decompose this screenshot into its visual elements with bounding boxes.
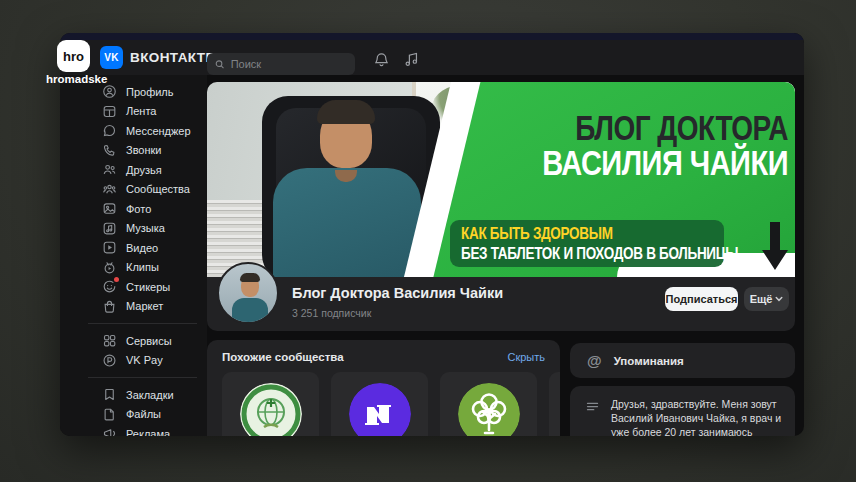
sidebar-item-communities[interactable]: Сообщества — [102, 180, 207, 200]
group-header-card: БЛОГ ДОКТОРА ВАСИЛИЯ ЧАЙКИ КАК БЫТЬ ЗДОР… — [207, 82, 795, 331]
search-box[interactable] — [207, 53, 355, 75]
sidebar-item-label: Сервисы — [126, 335, 172, 347]
messenger-icon — [102, 123, 117, 138]
sidebar-item-label: Стикеры — [126, 281, 170, 293]
sidebar-item-label: Маркет — [126, 300, 163, 312]
browser-window: VK ВКОНТАКТЕ Профиль Лента Мессенджер Зв… — [60, 33, 804, 436]
cover-photo-doctor-hair — [317, 100, 375, 124]
sidebar-item-video[interactable]: Видео — [102, 238, 207, 258]
community-tile-partial[interactable] — [549, 372, 560, 436]
calls-icon — [102, 143, 117, 158]
group-subscribers-count: 3 251 подписчик — [292, 307, 371, 319]
sidebar-item-services[interactable]: Сервисы — [102, 331, 207, 351]
sidebar-item-vkpay[interactable]: VK Pay — [102, 351, 207, 371]
photo-icon — [102, 201, 117, 216]
chevron-down-icon — [775, 296, 783, 302]
community-tile[interactable] — [440, 372, 537, 436]
similar-communities-title: Похожие сообщества — [222, 351, 344, 363]
sidebar-item-calls[interactable]: Звонки — [102, 141, 207, 161]
purple-n-logo-avatar — [349, 383, 411, 436]
sidebar-item-files[interactable]: Файлы — [102, 405, 207, 425]
sidebar-item-market[interactable]: Маркет — [102, 297, 207, 317]
sidebar-divider — [88, 323, 197, 324]
cover-badge-line2: БЕЗ ТАБЛЕТОК И ПОХОДОВ В БОЛЬНИЦЫ — [461, 244, 713, 263]
sidebar-item-label: Лента — [126, 105, 156, 117]
ads-megaphone-icon — [102, 426, 117, 436]
cover-image: БЛОГ ДОКТОРА ВАСИЛИЯ ЧАЙКИ КАК БЫТЬ ЗДОР… — [207, 82, 795, 277]
mentions-label: Упоминания — [614, 355, 684, 367]
sidebar-item-music[interactable]: Музыка — [102, 219, 207, 239]
group-title: Блог Доктора Василия Чайки — [292, 285, 503, 301]
sidebar-item-label: Закладки — [126, 389, 174, 401]
bookmarks-icon — [102, 387, 117, 402]
market-icon — [102, 299, 117, 314]
sidebar-item-label: Файлы — [126, 408, 161, 420]
communities-icon — [102, 182, 117, 197]
music-icon[interactable] — [403, 51, 420, 68]
group-avatar[interactable] — [217, 262, 279, 324]
vk-wordmark[interactable]: ВКОНТАКТЕ — [130, 50, 215, 65]
sidebar-divider — [88, 377, 197, 378]
video-icon — [102, 240, 117, 255]
cover-title-line1: БЛОГ ДОКТОРА — [575, 112, 788, 146]
sidebar-item-label: Реклама — [126, 428, 170, 436]
sidebar-item-photo[interactable]: Фото — [102, 199, 207, 219]
cover-photo-doctor-body — [273, 168, 421, 277]
sidebar-item-friends[interactable]: Друзья — [102, 160, 207, 180]
community-tile[interactable] — [331, 372, 428, 436]
mentions-card[interactable]: @ Упоминания — [570, 343, 795, 378]
notifications-bell-icon[interactable] — [373, 51, 390, 68]
vk-top-bar: VK ВКОНТАКТЕ — [60, 40, 804, 75]
search-icon — [215, 59, 225, 70]
sidebar-item-label: Клипы — [126, 261, 159, 273]
mentions-at-icon: @ — [587, 352, 602, 369]
group-description-text: Друзья, здравствуйте. Меня зовут Василий… — [611, 397, 783, 436]
sidebar-item-label: Друзья — [126, 164, 162, 176]
hide-link[interactable]: Скрыть — [507, 351, 545, 363]
article-lines-icon — [584, 397, 601, 414]
sidebar-item-bookmarks[interactable]: Закладки — [102, 385, 207, 405]
sidebar-item-label: Сообщества — [126, 183, 190, 195]
sidebar-item-label: VK Pay — [126, 354, 163, 366]
window-top-strip — [60, 33, 804, 40]
sidebar-item-stickers[interactable]: Стикеры — [102, 277, 207, 297]
sidebar-item-feed[interactable]: Лента — [102, 102, 207, 122]
left-sidebar: Профиль Лента Мессенджер Звонки Друзья С… — [60, 75, 207, 436]
sidebar-item-label: Видео — [126, 242, 158, 254]
friends-icon — [102, 162, 117, 177]
cover-badge-line1: КАК БЫТЬ ЗДОРОВЫМ — [461, 224, 713, 243]
feed-icon — [102, 104, 117, 119]
vk-logo[interactable]: VK — [100, 46, 123, 69]
sidebar-item-profile[interactable]: Профиль — [102, 82, 207, 102]
sidebar-item-label: Музыка — [126, 222, 165, 234]
sidebar-item-label: Фото — [126, 203, 151, 215]
services-icon — [102, 333, 117, 348]
medical-emblem-avatar — [240, 383, 302, 436]
music-square-icon — [102, 221, 117, 236]
cover-title-line2: ВАСИЛИЯ ЧАЙКИ — [542, 146, 788, 181]
more-button[interactable]: Ещё — [744, 287, 789, 311]
search-input[interactable] — [231, 58, 347, 70]
community-tile[interactable] — [222, 372, 319, 436]
sidebar-item-ads[interactable]: Реклама — [102, 424, 207, 436]
subscribe-button[interactable]: Подписаться — [665, 287, 738, 311]
similar-communities-card: Похожие сообщества Скрыть — [207, 340, 560, 436]
files-icon — [102, 407, 117, 422]
vkpay-icon — [102, 353, 117, 368]
group-description-card: Друзья, здравствуйте. Меня зовут Василий… — [570, 386, 795, 436]
stickers-new-badge — [114, 277, 119, 282]
sidebar-item-label: Профиль — [126, 86, 174, 98]
profile-icon — [102, 84, 117, 99]
sidebar-item-label: Мессенджер — [126, 125, 191, 137]
sidebar-item-clips[interactable]: Клипы — [102, 258, 207, 278]
hromadske-logo: hro — [57, 40, 90, 72]
sidebar-item-messenger[interactable]: Мессенджер — [102, 121, 207, 141]
green-tree-logo-avatar — [458, 383, 520, 436]
sidebar-item-label: Звонки — [126, 144, 162, 156]
hromadske-wordmark: hromadske — [46, 73, 107, 85]
clips-icon — [102, 260, 117, 275]
cover-slogan-badge: КАК БЫТЬ ЗДОРОВЫМ БЕЗ ТАБЛЕТОК И ПОХОДОВ… — [450, 220, 724, 267]
down-arrow-icon — [759, 222, 791, 272]
